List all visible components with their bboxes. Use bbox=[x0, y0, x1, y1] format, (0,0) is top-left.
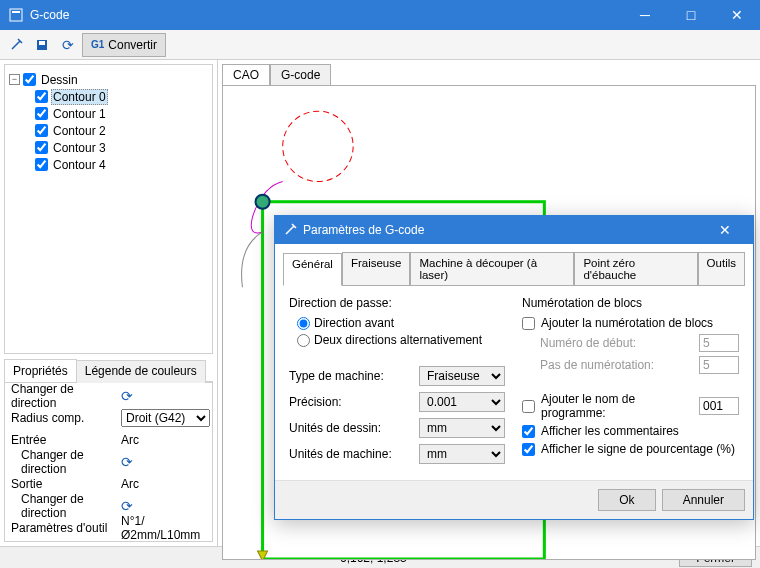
tree-item[interactable]: Contour 1 bbox=[35, 105, 208, 122]
minimize-button[interactable]: ─ bbox=[622, 0, 668, 30]
refresh-icon[interactable]: ⟳ bbox=[121, 388, 133, 404]
check-label: Ajouter la numérotation de blocs bbox=[541, 316, 713, 330]
tree-item-check[interactable] bbox=[35, 141, 48, 154]
tree-item-label: Contour 2 bbox=[51, 123, 108, 139]
prop-key: Changer de direction bbox=[7, 492, 117, 520]
svg-rect-3 bbox=[39, 41, 45, 45]
pass-direction-label: Direction de passe: bbox=[289, 296, 506, 310]
close-button[interactable]: ✕ bbox=[714, 0, 760, 30]
refresh-button[interactable]: ⟳ bbox=[56, 33, 80, 57]
maximize-button[interactable]: □ bbox=[668, 0, 714, 30]
dialog-tab-zero[interactable]: Point zéro d'ébauche bbox=[574, 252, 697, 285]
show-percent-check[interactable] bbox=[522, 443, 535, 456]
direction-alt-radio[interactable] bbox=[297, 334, 310, 347]
dialog-left-col: Direction de passe: Direction avant Deux… bbox=[289, 296, 506, 470]
draw-units-label: Unités de dessin: bbox=[289, 421, 419, 435]
show-comments-check[interactable] bbox=[522, 425, 535, 438]
svg-rect-1 bbox=[12, 11, 20, 13]
dialog-tab-tools[interactable]: Outils bbox=[698, 252, 745, 285]
settings-button[interactable] bbox=[4, 33, 28, 57]
tree-item-check[interactable] bbox=[35, 107, 48, 120]
tab-gcode[interactable]: G-code bbox=[270, 64, 331, 85]
refresh-icon[interactable]: ⟳ bbox=[121, 498, 133, 514]
prop-key: Changer de direction bbox=[7, 382, 117, 410]
radio-label: Direction avant bbox=[314, 316, 394, 330]
step-num-label: Pas de numérotation: bbox=[522, 358, 693, 372]
svg-point-6 bbox=[256, 195, 270, 209]
add-block-num-check[interactable] bbox=[522, 317, 535, 330]
prog-name-input[interactable] bbox=[699, 397, 739, 415]
machine-type-select[interactable]: Fraiseuse bbox=[419, 366, 505, 386]
collapse-icon[interactable]: − bbox=[9, 74, 20, 85]
toolbar: ⟳ G1 Convertir bbox=[0, 30, 760, 60]
cancel-button[interactable]: Annuler bbox=[662, 489, 745, 511]
start-num-input[interactable] bbox=[699, 334, 739, 352]
dialog-tabs: Général Fraiseuse Machine à découper (à … bbox=[283, 252, 745, 286]
tree-item[interactable]: Contour 2 bbox=[35, 122, 208, 139]
dialog-close-button[interactable]: ✕ bbox=[705, 222, 745, 238]
direction-forward-radio[interactable] bbox=[297, 317, 310, 330]
ok-button[interactable]: Ok bbox=[598, 489, 655, 511]
prop-value: Arc bbox=[121, 477, 210, 491]
draw-units-select[interactable]: mm bbox=[419, 418, 505, 438]
prop-value: N°1/Ø2mm/L10mm bbox=[121, 514, 210, 542]
dialog-titlebar: Paramètres de G-code ✕ bbox=[275, 216, 753, 244]
convert-icon: G1 bbox=[91, 39, 104, 50]
tree-item-label: Contour 1 bbox=[51, 106, 108, 122]
machine-type-label: Type de machine: bbox=[289, 369, 419, 383]
prop-key: Paramètres d'outil bbox=[7, 521, 117, 535]
left-panel: − Dessin Contour 0 Contour 1 Contour 2 C… bbox=[0, 60, 218, 546]
svg-rect-0 bbox=[10, 9, 22, 21]
tree-item[interactable]: Contour 0 bbox=[35, 88, 208, 105]
main-titlebar: G-code ─ □ ✕ bbox=[0, 0, 760, 30]
step-num-input[interactable] bbox=[699, 356, 739, 374]
dialog-title: Paramètres de G-code bbox=[303, 223, 705, 237]
machine-units-label: Unités de machine: bbox=[289, 447, 419, 461]
tree-item-label: Contour 3 bbox=[51, 140, 108, 156]
check-label: Afficher le signe de pourcentage (%) bbox=[541, 442, 735, 456]
start-num-label: Numéro de début: bbox=[522, 336, 693, 350]
tree-item-label: Contour 0 bbox=[51, 89, 108, 105]
tree-root-label: Dessin bbox=[39, 72, 80, 88]
prop-value: Arc bbox=[121, 433, 210, 447]
gcode-settings-dialog: Paramètres de G-code ✕ Général Fraiseuse… bbox=[274, 215, 754, 520]
dialog-tab-laser[interactable]: Machine à découper (à laser) bbox=[410, 252, 574, 285]
add-prog-name-check[interactable] bbox=[522, 400, 535, 413]
tab-legend[interactable]: Légende de couleurs bbox=[76, 360, 206, 383]
tree-item-label: Contour 4 bbox=[51, 157, 108, 173]
svg-point-4 bbox=[283, 111, 353, 181]
prop-key: Entrée bbox=[7, 433, 117, 447]
tree-root-check[interactable] bbox=[23, 73, 36, 86]
check-label: Ajouter le nom de programme: bbox=[541, 392, 693, 420]
prop-key: Sortie bbox=[7, 477, 117, 491]
props-tabs: Propriétés Légende de couleurs bbox=[4, 358, 213, 382]
tree-view[interactable]: − Dessin Contour 0 Contour 1 Contour 2 C… bbox=[4, 64, 213, 354]
prop-key: Radius comp. bbox=[7, 411, 117, 425]
tab-cao[interactable]: CAO bbox=[222, 64, 270, 85]
check-label: Afficher les commentaires bbox=[541, 424, 679, 438]
app-icon bbox=[8, 7, 24, 23]
tree-item-check[interactable] bbox=[35, 158, 48, 171]
precision-select[interactable]: 0.001 bbox=[419, 392, 505, 412]
properties-panel: Changer de direction⟳ Radius comp.Droit … bbox=[4, 382, 213, 542]
tree-item[interactable]: Contour 3 bbox=[35, 139, 208, 156]
tab-properties[interactable]: Propriétés bbox=[4, 359, 77, 382]
precision-label: Précision: bbox=[289, 395, 419, 409]
radio-label: Deux directions alternativement bbox=[314, 333, 482, 347]
save-button[interactable] bbox=[30, 33, 54, 57]
dialog-tab-mill[interactable]: Fraiseuse bbox=[342, 252, 411, 285]
tree-item[interactable]: Contour 4 bbox=[35, 156, 208, 173]
dialog-right-col: Numérotation de blocs Ajouter la numérot… bbox=[522, 296, 739, 470]
machine-units-select[interactable]: mm bbox=[419, 444, 505, 464]
convert-button[interactable]: G1 Convertir bbox=[82, 33, 166, 57]
convert-label: Convertir bbox=[108, 38, 157, 52]
radius-comp-select[interactable]: Droit (G42) bbox=[121, 409, 210, 427]
tree-item-check[interactable] bbox=[35, 90, 48, 103]
prop-key: Changer de direction bbox=[7, 448, 117, 476]
refresh-icon[interactable]: ⟳ bbox=[121, 454, 133, 470]
tree-item-check[interactable] bbox=[35, 124, 48, 137]
block-num-label: Numérotation de blocs bbox=[522, 296, 739, 310]
tree-root[interactable]: − Dessin bbox=[9, 71, 208, 88]
dialog-tab-general[interactable]: Général bbox=[283, 253, 342, 286]
window-title: G-code bbox=[30, 8, 622, 22]
